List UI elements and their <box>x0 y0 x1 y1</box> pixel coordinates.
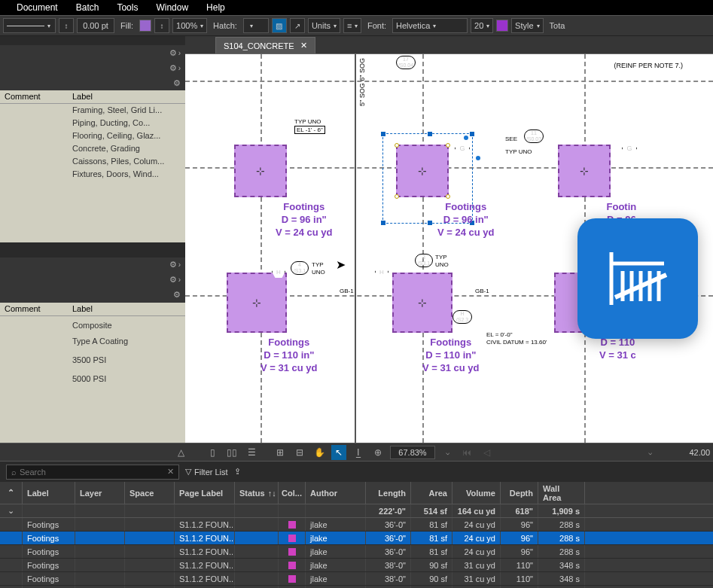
style-dropdown[interactable]: Style▾ <box>511 18 543 33</box>
col-depth[interactable]: Depth <box>501 482 538 504</box>
col-space[interactable]: Space <box>125 482 175 504</box>
footing[interactable]: ⊹ <box>558 145 611 197</box>
footing-selected[interactable]: ⊹ <box>396 145 449 197</box>
document-tab[interactable]: S104_CONCRETE ✕ <box>215 37 315 53</box>
zoom-dropdown[interactable]: ⌵ <box>440 445 455 460</box>
two-page-icon[interactable]: ▯▯ <box>224 445 239 460</box>
opacity-stepper[interactable]: ↕ <box>154 18 169 33</box>
zoom-input[interactable] <box>390 446 435 459</box>
typ-note: TYP <box>312 261 324 268</box>
list-item[interactable]: 3500 PSI <box>0 348 185 367</box>
fill-color-swatch[interactable] <box>139 20 151 32</box>
gear-icon[interactable]: ⚙ <box>169 275 177 285</box>
color-swatch <box>288 562 296 569</box>
menu-tools[interactable]: Tools <box>108 2 147 13</box>
point-size-input[interactable] <box>77 18 114 33</box>
col-label[interactable]: Label <box>23 482 75 504</box>
col-layer[interactable]: Layer <box>75 482 125 504</box>
table-row[interactable]: FootingsS1.1.2 FOUN...jlake36'-0"81 sf24… <box>0 532 713 545</box>
prev-page-icon[interactable]: ◁ <box>479 445 494 460</box>
col-area[interactable]: Area <box>411 482 452 504</box>
list-item[interactable]: Concrete, Grading <box>0 142 185 155</box>
gear-icon[interactable]: ⚙ <box>169 63 177 73</box>
units-dropdown[interactable]: Units▾ <box>308 18 340 33</box>
col-author[interactable]: Author <box>306 482 366 504</box>
measure-tool-icon[interactable]: ↗ <box>290 18 305 33</box>
document-tab-bar: S104_CONCRETE ✕ <box>185 36 713 54</box>
detail-bubble: 17/S0.04 <box>396 56 416 69</box>
col-color[interactable]: Col... <box>279 482 306 504</box>
list-item[interactable]: Piping, Ducting, Co... <box>0 117 185 129</box>
gear-icon[interactable]: ⚙ <box>169 260 177 270</box>
table-summary-row: ⌄ 222'-0" 514 sf 164 cu yd 618" 1,909 s <box>0 504 713 518</box>
list-item[interactable]: 5000 PSI <box>0 367 185 385</box>
sort-icon[interactable]: ↑↓ <box>268 489 276 498</box>
chevron-right-icon[interactable]: › <box>178 49 181 57</box>
continuous-icon[interactable]: ☰ <box>244 445 259 460</box>
col-wall[interactable]: Wall Area <box>538 482 585 504</box>
table-row[interactable]: FootingsS1.1.2 FOUN...jlake36'-0"81 sf24… <box>0 518 713 532</box>
dropdown-icon[interactable]: ⌵ <box>642 445 657 460</box>
list-item[interactable]: Type A Coating <box>0 332 185 348</box>
menu-batch[interactable]: Batch <box>67 2 108 13</box>
list-item[interactable]: Fixtures, Doors, Wind... <box>0 168 185 181</box>
footing-label: FootingsD = 110 in"V = 31 cu yd <box>261 337 318 375</box>
view-toolbar: △ ▯ ▯▯ ☰ ⊞ ⊟ ✋ ↖ I̲ ⊕ ⌵ ⏮ ◁ ⌵ 42.00 <box>0 443 713 461</box>
expand-col[interactable]: ⌃ <box>0 482 23 504</box>
fit-width-icon[interactable]: ⊟ <box>292 445 307 460</box>
single-page-icon[interactable]: ▯ <box>205 445 220 460</box>
select-icon[interactable]: ↖ <box>331 445 346 460</box>
col-volume[interactable]: Volume <box>452 482 501 504</box>
hatch-dropdown[interactable]: ▾ <box>243 18 269 33</box>
col-status[interactable]: Status ↑↓ <box>235 482 279 504</box>
pan-icon[interactable]: ✋ <box>312 445 327 460</box>
chevron-right-icon[interactable]: › <box>178 64 181 72</box>
col-length[interactable]: Length <box>366 482 411 504</box>
collapse-icon[interactable]: ⌄ <box>0 504 23 517</box>
list-item[interactable]: Flooring, Ceiling, Glaz... <box>0 129 185 142</box>
table-header: ⌃ Label Layer Space Page Label Status ↑↓… <box>0 482 713 504</box>
app-logo-badge <box>577 218 698 339</box>
filter-list-button[interactable]: ▽ Filter List <box>185 467 228 477</box>
civil-note: CIVIL DATUM = 13.60' <box>486 339 547 346</box>
chevron-right-icon[interactable]: › <box>178 276 181 284</box>
stepper-icon[interactable]: ↕ <box>59 18 74 33</box>
col-page[interactable]: Page Label <box>175 482 235 504</box>
export-icon[interactable]: ⇪ <box>234 467 241 477</box>
text-color-swatch[interactable] <box>496 20 508 32</box>
highlight-tool-icon[interactable]: ▨ <box>272 18 287 33</box>
list-item[interactable]: Caissons, Piles, Colum... <box>0 155 185 168</box>
line-style-dropdown[interactable]: ▾ <box>3 18 56 33</box>
footing[interactable]: ⊹ <box>234 145 287 197</box>
table-row[interactable]: FootingsS1.1.2 FOUN...jlake38'-0"90 sf31… <box>0 559 713 572</box>
main-toolbar: ▾ ↕ Fill: ↕ 100%▾ Hatch: ▾ ▨ ↗ Units▾ ≡▾… <box>0 15 713 36</box>
search-input[interactable] <box>20 468 167 477</box>
footing[interactable]: ⊹ <box>392 273 452 333</box>
footing[interactable]: ⊹ <box>227 273 287 333</box>
triangle-icon[interactable]: △ <box>173 445 188 460</box>
text-select-icon[interactable]: I̲ <box>351 445 366 460</box>
font-size-dropdown[interactable]: 20▾ <box>471 18 493 33</box>
chevron-right-icon[interactable]: › <box>178 260 181 269</box>
table-filter-bar: ⌕ ✕ ▽ Filter List ⇪ <box>0 461 713 482</box>
list-item[interactable]: Composite <box>0 316 185 332</box>
first-page-icon[interactable]: ⏮ <box>459 445 474 460</box>
clear-icon[interactable]: ✕ <box>167 467 174 477</box>
list-item[interactable]: Framing, Steel, Grid Li... <box>0 104 185 117</box>
menu-help[interactable]: Help <box>197 2 234 13</box>
footing-label: FootingsD = 110 in"V = 31 cu yd <box>422 337 480 375</box>
menu-window[interactable]: Window <box>147 2 197 13</box>
opacity-dropdown[interactable]: 100%▾ <box>172 18 207 33</box>
table-row[interactable]: FootingsS1.1.2 FOUN...jlake36'-0"81 sf24… <box>0 545 713 559</box>
menu-document[interactable]: Document <box>8 2 67 13</box>
fit-page-icon[interactable]: ⊞ <box>273 445 288 460</box>
close-icon[interactable]: ✕ <box>300 41 307 50</box>
table-row[interactable]: FootingsS1.1.2 FOUN...jlake38'-0"90 sf31… <box>0 572 713 586</box>
gear-icon[interactable]: ⚙ <box>173 78 181 88</box>
fill-label: Fill: <box>117 21 136 30</box>
zoom-icon[interactable]: ⊕ <box>370 445 385 460</box>
gear-icon[interactable]: ⚙ <box>173 290 181 300</box>
gear-icon[interactable]: ⚙ <box>169 48 177 58</box>
align-dropdown[interactable]: ≡▾ <box>343 18 361 33</box>
font-dropdown[interactable]: Helvetica▾ <box>392 18 468 33</box>
